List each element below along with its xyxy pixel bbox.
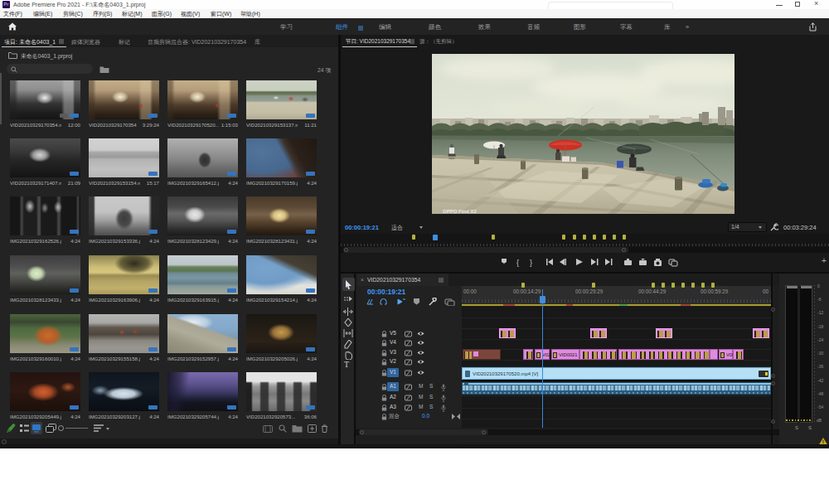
- svg-text:{: {: [516, 259, 519, 267]
- svg-text:OPPO Find X3: OPPO Find X3: [443, 209, 477, 214]
- svg-text:}: }: [530, 259, 532, 267]
